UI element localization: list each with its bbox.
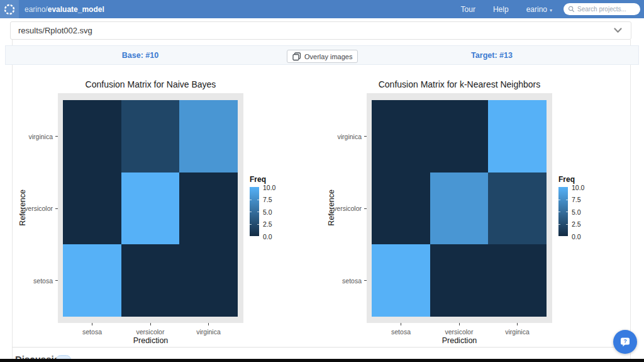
breadcrumb-owner: earino/ — [25, 5, 48, 14]
legend-title: Freq — [558, 175, 575, 184]
chart-title: Confusion Matrix for k-Nearest Neighbors — [365, 79, 554, 89]
x-axis-tick — [92, 323, 92, 325]
base-experiment-label[interactable]: Base: #10 — [122, 51, 158, 60]
heatmap-cell — [63, 173, 121, 244]
magnifier-icon — [568, 6, 575, 13]
x-axis-tick-label: versicolor — [431, 328, 487, 336]
chart-knn: Confusion Matrix for k-Nearest Neighbors… — [326, 77, 622, 344]
heatmap-cell — [488, 173, 547, 244]
legend-tick-label: 10.0 — [572, 184, 584, 191]
y-axis-tick-label: virginica — [13, 133, 53, 140]
y-axis-tick-label: setosa — [13, 277, 53, 285]
legend-tick — [250, 212, 252, 212]
search-input[interactable] — [577, 6, 638, 13]
y-axis-tick-label: setosa — [321, 277, 362, 285]
y-axis-title: Reference — [18, 170, 27, 246]
legend-tick — [566, 212, 568, 212]
chart-naive-bayes: Confusion Matrix for Naive Bayesvirginic… — [18, 77, 313, 344]
x-axis-title: Prediction — [422, 336, 497, 345]
svg-text:?: ? — [623, 338, 626, 344]
legend-title: Freq — [250, 175, 266, 184]
heatmap-cell — [179, 244, 238, 317]
top-navbar: earino/evaluate_model Tour Help earino▾ — [0, 0, 644, 18]
x-axis-tick-label: setosa — [373, 328, 430, 336]
app-logo[interactable] — [0, 0, 19, 18]
y-axis-tick — [364, 280, 367, 281]
legend-tick — [566, 224, 568, 225]
x-axis-tick — [150, 323, 151, 325]
legend-tick — [257, 224, 259, 225]
y-axis-tick — [364, 136, 367, 137]
heatmap-cell — [372, 100, 430, 173]
legend-tick-label: 10.0 — [263, 184, 275, 191]
legend-tick — [558, 200, 560, 200]
heatmap-cell — [179, 100, 238, 173]
x-axis-tick-label: setosa — [64, 328, 121, 336]
heatmap-cell — [430, 100, 488, 173]
breadcrumb-project: evaluate_model — [48, 5, 104, 14]
target-experiment-label[interactable]: Target: #13 — [471, 51, 513, 60]
heatmap-cell — [121, 100, 179, 173]
y-axis-tick — [364, 208, 367, 209]
legend-tick-label: 0.0 — [572, 233, 581, 240]
x-axis-tick-label: versicolor — [122, 328, 179, 336]
legend-tick-label: 2.5 — [263, 220, 272, 228]
legend-tick — [558, 212, 560, 212]
y-axis-tick — [55, 136, 58, 137]
overlay-images-label: Overlay images — [304, 53, 352, 60]
y-axis-tick-label: virginica — [321, 133, 362, 140]
legend-tick-label: 5.0 — [263, 208, 272, 216]
caret-down-icon: ▾ — [550, 8, 552, 13]
y-axis-title: Reference — [327, 170, 336, 246]
legend-tick-label: 2.5 — [572, 220, 581, 228]
nav-link-help[interactable]: Help — [484, 5, 518, 14]
file-name: results/Rplot002.svg — [18, 26, 92, 35]
heatmap-cell — [430, 244, 488, 317]
heatmap-cell — [430, 173, 488, 244]
legend-tick-label: 5.0 — [572, 208, 581, 216]
heatmap-cell — [121, 244, 179, 317]
help-fab-button[interactable]: ? — [613, 330, 637, 354]
legend-tick — [250, 200, 252, 200]
x-axis-title: Prediction — [113, 336, 189, 345]
chat-question-icon: ? — [619, 336, 631, 348]
nav-link-tour[interactable]: Tour — [452, 5, 484, 14]
legend-tick — [566, 200, 568, 200]
file-header-card[interactable]: results/Rplot002.svg — [10, 21, 631, 40]
heatmap-cell — [488, 244, 547, 317]
legend-tick — [558, 224, 560, 225]
chart-title: Confusion Matrix for Naive Bayes — [57, 79, 245, 89]
heatmap-cell — [121, 173, 179, 244]
search-box[interactable] — [564, 3, 640, 15]
legend-tick — [250, 224, 252, 225]
user-menu-label: earino — [526, 5, 547, 14]
user-menu[interactable]: earino▾ — [518, 5, 558, 14]
screenshot-bottom-edge — [0, 359, 644, 362]
x-axis-tick — [401, 323, 401, 325]
legend-tick-label: 7.5 — [263, 196, 272, 203]
heatmap-cell — [63, 100, 121, 173]
heatmap-cell — [372, 173, 430, 244]
x-axis-tick-label: virginica — [180, 328, 237, 336]
legend-tick — [257, 212, 259, 212]
x-axis-tick — [459, 323, 460, 325]
heatmap-cell — [179, 173, 238, 244]
spinner-ring-icon — [3, 3, 16, 16]
compare-strip: Base: #10 Overlay images Target: #13 — [5, 45, 639, 65]
x-axis-tick — [517, 323, 518, 325]
legend-tick — [257, 200, 259, 200]
x-axis-tick-label: virginica — [489, 328, 546, 336]
heatmap-cell — [63, 244, 121, 317]
overlay-images-button[interactable]: Overlay images — [287, 50, 358, 63]
chevron-down-icon[interactable] — [614, 28, 622, 33]
legend-tick-label: 7.5 — [572, 196, 581, 203]
y-axis-tick — [55, 208, 58, 209]
legend-tick-label: 0.0 — [263, 233, 272, 240]
breadcrumb[interactable]: earino/evaluate_model — [25, 5, 104, 14]
y-axis-tick — [55, 280, 58, 281]
x-axis-tick — [208, 323, 209, 325]
overlay-squares-icon — [292, 52, 301, 61]
heatmap-cell — [372, 244, 430, 317]
heatmap-cell — [488, 100, 547, 173]
